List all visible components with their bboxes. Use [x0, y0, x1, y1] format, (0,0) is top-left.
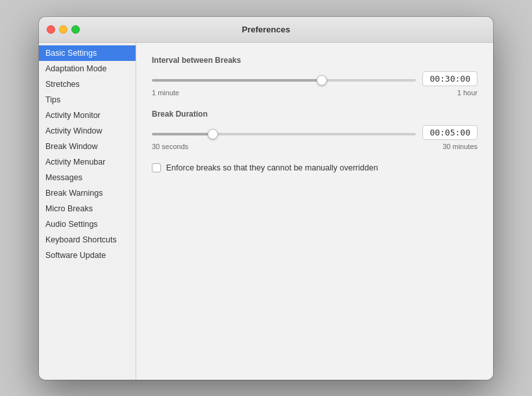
main-panel: Interval between Breaks 00:30:00 1 minut…	[136, 43, 493, 380]
enforce-checkbox-row: Enforce breaks so that they cannot be ma…	[152, 163, 478, 172]
break-max-label: 30 minutes	[442, 143, 478, 150]
interval-section: Interval between Breaks 00:30:00 1 minut…	[152, 56, 478, 97]
titlebar: Preferences	[39, 17, 493, 43]
minimize-button[interactable]	[59, 25, 67, 34]
enforce-label: Enforce breaks so that they cannot be ma…	[166, 163, 378, 172]
sidebar: Basic SettingsAdaptation ModeStretchesTi…	[39, 43, 136, 380]
interval-slider-track	[152, 74, 416, 84]
sidebar-item-keyboard-shortcuts[interactable]: Keyboard Shortcuts	[39, 232, 136, 248]
close-button[interactable]	[47, 25, 55, 34]
sidebar-item-activity-menubar[interactable]: Activity Menubar	[39, 154, 136, 170]
window-content: Basic SettingsAdaptation ModeStretchesTi…	[39, 43, 493, 380]
traffic-lights	[47, 25, 80, 34]
interval-slider-labels: 1 minute 1 hour	[152, 89, 478, 97]
interval-slider[interactable]	[152, 79, 416, 82]
window-title: Preferences	[242, 25, 290, 34]
break-slider[interactable]	[152, 133, 416, 135]
sidebar-item-activity-monitor[interactable]: Activity Monitor	[39, 108, 136, 123]
interval-max-label: 1 hour	[457, 89, 478, 97]
sidebar-item-basic-settings[interactable]: Basic Settings	[39, 45, 136, 61]
break-section: Break Duration 00:05:00 30 seconds 30 mi…	[152, 110, 478, 150]
sidebar-item-software-update[interactable]: Software Update	[39, 248, 136, 263]
sidebar-item-activity-window[interactable]: Activity Window	[39, 123, 136, 139]
sidebar-item-stretches[interactable]: Stretches	[39, 76, 136, 92]
sidebar-item-messages[interactable]: Messages	[39, 170, 136, 185]
break-slider-labels: 30 seconds 30 minutes	[152, 143, 478, 150]
interval-label: Interval between Breaks	[152, 56, 478, 65]
sidebar-item-break-window[interactable]: Break Window	[39, 139, 136, 154]
interval-min-label: 1 minute	[152, 89, 179, 97]
sidebar-item-micro-breaks[interactable]: Micro Breaks	[39, 201, 136, 216]
maximize-button[interactable]	[71, 25, 80, 34]
interval-time-display: 00:30:00	[422, 71, 478, 86]
break-label: Break Duration	[152, 110, 478, 119]
break-slider-track	[152, 128, 416, 137]
sidebar-item-tips[interactable]: Tips	[39, 92, 136, 108]
break-min-label: 30 seconds	[152, 143, 188, 150]
preferences-window: Preferences Basic SettingsAdaptation Mod…	[39, 17, 493, 380]
enforce-checkbox[interactable]	[152, 163, 161, 172]
sidebar-item-break-warnings[interactable]: Break Warnings	[39, 185, 136, 201]
sidebar-item-adaptation-mode[interactable]: Adaptation Mode	[39, 61, 136, 76]
sidebar-item-audio-settings[interactable]: Audio Settings	[39, 216, 136, 232]
break-time-display: 00:05:00	[422, 125, 478, 140]
